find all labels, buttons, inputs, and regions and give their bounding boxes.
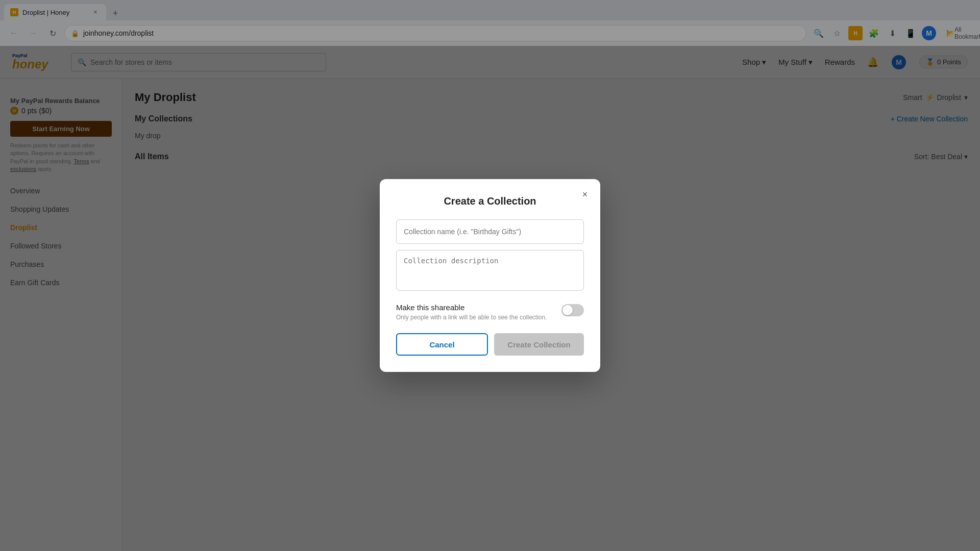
toggle-knob [562,305,573,315]
modal-title: Create a Collection [396,195,584,207]
collection-name-input[interactable] [396,219,584,244]
shareable-toggle-row: Make this shareable Only people with a l… [396,303,584,321]
shareable-toggle-switch[interactable] [561,304,584,316]
toggle-label: Make this shareable [396,303,561,312]
modal-buttons: Cancel Create Collection [396,333,584,356]
collection-description-input[interactable] [396,250,584,291]
modal-overlay: × Create a Collection Make this shareabl… [0,0,980,551]
toggle-sublabel: Only people with a link will be able to … [396,314,561,321]
cancel-button[interactable]: Cancel [396,333,488,356]
toggle-label-group: Make this shareable Only people with a l… [396,303,561,321]
create-collection-button[interactable]: Create Collection [494,333,584,356]
modal-close-button[interactable]: × [578,187,592,202]
create-collection-modal: × Create a Collection Make this shareabl… [380,179,600,372]
